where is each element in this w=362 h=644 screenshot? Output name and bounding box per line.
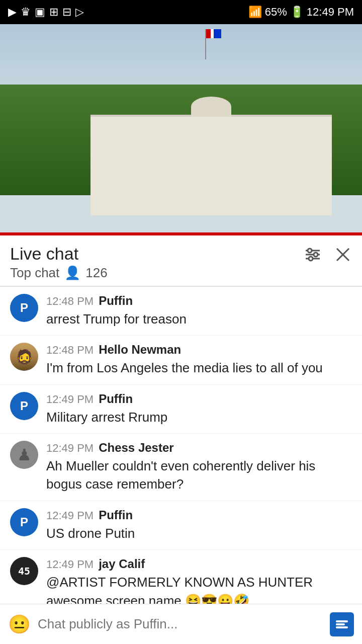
message-username: Puffin	[99, 508, 133, 522]
filter-icon[interactable]	[304, 246, 322, 266]
chat-input[interactable]	[38, 612, 323, 636]
close-icon[interactable]	[334, 246, 352, 266]
grid-icon: ⊟	[62, 6, 71, 19]
flag	[206, 29, 221, 38]
time: 12:49 PM	[307, 6, 354, 19]
message-text: Military arrest Rrump	[46, 408, 352, 426]
message-text: US drone Putin	[46, 524, 352, 542]
chat-header-icons	[304, 246, 352, 266]
chat-header: Live chat Top chat 👤 126	[0, 235, 362, 286]
play-icon: ▶	[8, 6, 17, 19]
message-username: Puffin	[99, 392, 133, 406]
send-button[interactable]	[330, 612, 354, 636]
message-content: 12:49 PM Puffin US drone Putin	[46, 508, 352, 542]
video-progress-bar	[0, 232, 362, 235]
avatar: 🧔	[10, 343, 38, 371]
message-username: Puffin	[99, 294, 133, 308]
crown-icon: ♛	[21, 6, 31, 19]
table-row: 🧔 12:48 PM Hello Newman I'm from Los Ang…	[0, 336, 362, 384]
folder-icon: ▣	[35, 6, 45, 19]
message-content: 12:49 PM Puffin Military arrest Rrump	[46, 392, 352, 426]
table-row: P 12:49 PM Puffin US drone Putin	[0, 501, 362, 550]
image-icon: ⊞	[49, 6, 58, 19]
chat-title: Live chat	[10, 244, 108, 264]
message-meta: 12:49 PM Puffin	[46, 508, 352, 522]
message-content: 12:49 PM jay Calif @ARTIST FORMERLY KNOW…	[46, 557, 352, 610]
white-house-building	[90, 115, 332, 215]
svg-point-3	[308, 249, 312, 253]
svg-point-4	[314, 253, 318, 257]
message-meta: 12:49 PM Puffin	[46, 392, 352, 406]
chat-subtitle: Top chat 👤 126	[10, 265, 108, 281]
message-time: 12:49 PM	[46, 558, 94, 571]
avatar: 45	[10, 557, 38, 585]
message-meta: 12:48 PM Puffin	[46, 294, 352, 308]
message-content: 12:49 PM Chess Jester Ah Mueller couldn'…	[46, 441, 352, 494]
chat-header-left: Live chat Top chat 👤 126	[10, 244, 108, 281]
avatar: P	[10, 294, 38, 322]
table-row: P 12:49 PM Puffin Military arrest Rrump	[0, 385, 362, 434]
message-content: 12:48 PM Puffin arrest Trump for treason	[46, 294, 352, 328]
battery-text: 65%	[265, 6, 287, 19]
avatar: P	[10, 508, 38, 536]
status-bar: ▶ ♛ ▣ ⊞ ⊟ ▷ 📶 65% 🔋 12:49 PM	[0, 0, 362, 24]
svg-point-5	[309, 257, 313, 261]
svg-rect-10	[336, 626, 348, 628]
arrow-icon: ▷	[75, 6, 84, 19]
top-chat-label[interactable]: Top chat	[10, 265, 59, 281]
message-username: jay Calif	[99, 557, 145, 571]
svg-rect-9	[336, 623, 345, 625]
message-meta: 12:49 PM jay Calif	[46, 557, 352, 571]
chat-messages: P 12:48 PM Puffin arrest Trump for treas…	[0, 287, 362, 644]
emoji-icon[interactable]: 😐	[8, 614, 31, 635]
chat-input-bar: 😐	[0, 604, 362, 644]
message-time: 12:48 PM	[46, 344, 94, 357]
wifi-icon: 📶	[248, 6, 262, 19]
message-time: 12:48 PM	[46, 295, 94, 308]
message-meta: 12:48 PM Hello Newman	[46, 343, 352, 357]
svg-rect-8	[336, 620, 348, 622]
video-thumbnail[interactable]	[0, 24, 362, 235]
message-time: 12:49 PM	[46, 442, 94, 455]
message-username: Hello Newman	[99, 343, 181, 357]
message-username: Chess Jester	[99, 441, 173, 455]
message-meta: 12:49 PM Chess Jester	[46, 441, 352, 455]
table-row: P 12:48 PM Puffin arrest Trump for treas…	[0, 287, 362, 336]
people-icon: 👤	[64, 265, 80, 281]
scrollable-content: Live chat Top chat 👤 126	[0, 235, 362, 644]
message-text: Ah Mueller couldn't even coherently deli…	[46, 457, 352, 494]
avatar	[10, 441, 38, 469]
table-row: 12:49 PM Chess Jester Ah Mueller couldn'…	[0, 434, 362, 501]
message-text: I'm from Los Angeles the media lies to a…	[46, 359, 352, 377]
message-time: 12:49 PM	[46, 393, 94, 406]
message-text: arrest Trump for treason	[46, 310, 352, 328]
status-right: 📶 65% 🔋 12:49 PM	[248, 6, 354, 19]
status-icons: ▶ ♛ ▣ ⊞ ⊟ ▷	[8, 6, 84, 19]
message-time: 12:49 PM	[46, 509, 94, 522]
message-content: 12:48 PM Hello Newman I'm from Los Angel…	[46, 343, 352, 377]
battery-icon: 🔋	[290, 6, 304, 19]
viewer-count: 126	[85, 265, 107, 281]
avatar: P	[10, 392, 38, 420]
